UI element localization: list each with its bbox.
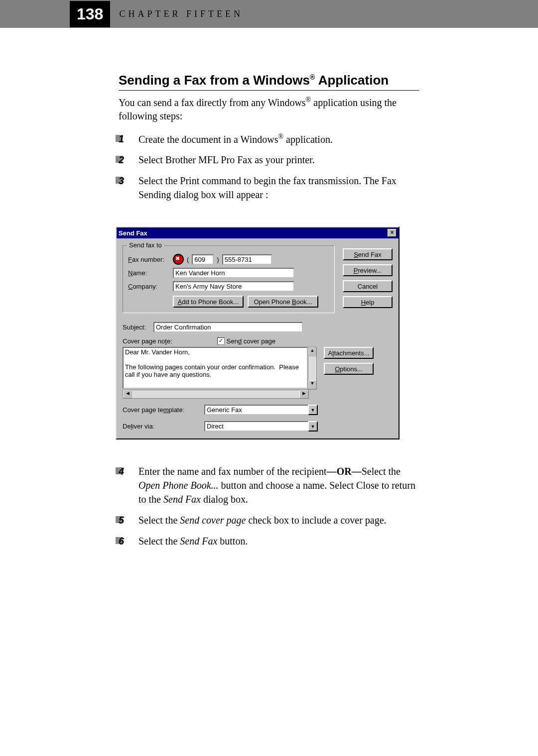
cover-note-textarea[interactable]: Dear Mr. Vander Horn, The following page… xyxy=(123,347,308,389)
scroll-down-icon[interactable]: ▼ xyxy=(308,380,316,389)
intro-paragraph: You can send a fax directly from any Win… xyxy=(119,96,419,123)
step-number-icon: 2 xyxy=(119,153,133,167)
close-icon[interactable]: × xyxy=(388,229,397,237)
send-fax-dialog: Send Fax × Send fax to Fax number: ( ) xyxy=(116,226,400,439)
dialog-screenshot: Send Fax × Send fax to Fax number: ( ) xyxy=(116,226,439,439)
step-2: 2 Select Brother MFL Pro Fax as your pri… xyxy=(119,153,419,167)
template-label: Cover page template: xyxy=(123,406,204,414)
send-cover-page-checkbox[interactable]: ✓ Send cover page xyxy=(217,337,275,345)
step-number-icon: 3 xyxy=(119,174,133,188)
open-phonebook-button[interactable]: Open Phone Book... xyxy=(248,296,318,308)
registered-symbol: ® xyxy=(306,96,311,104)
cancel-button[interactable]: Cancel xyxy=(343,280,393,292)
fax-number-label: Fax number: xyxy=(128,256,170,263)
section-title: Sending a Fax from a Windows® Applicatio… xyxy=(119,73,419,88)
deliver-select[interactable]: Direct ▼ xyxy=(204,421,318,432)
attachments-button[interactable]: Attachments... xyxy=(324,347,374,359)
checkbox-icon: ✓ xyxy=(217,337,225,345)
step-1: 1 Create the document in a Windows® appl… xyxy=(119,132,419,146)
step-text: Create the document in a Windows xyxy=(138,133,278,144)
scroll-up-icon[interactable]: ▲ xyxy=(308,347,316,356)
step-4: 4 Enter the name and fax number of the r… xyxy=(119,464,419,506)
horizontal-scrollbar[interactable]: ◀ ▶ xyxy=(123,390,309,399)
template-select[interactable]: Generic Fax ▼ xyxy=(204,405,318,415)
step-text: Select Brother MFL Pro Fax as your print… xyxy=(138,154,315,165)
vertical-scrollbar[interactable]: ▲ ▼ xyxy=(308,347,317,390)
step-text: Enter the name and fax number of the rec… xyxy=(138,466,415,505)
fax-local-input[interactable] xyxy=(222,254,272,265)
group-legend: Send fax to xyxy=(127,241,164,249)
page-number: 138 xyxy=(70,1,110,27)
steps-list-bottom: 4 Enter the name and fax number of the r… xyxy=(119,464,419,548)
page-content: Sending a Fax from a Windows® Applicatio… xyxy=(119,73,419,548)
step-text: Select the Print command to begin the fa… xyxy=(138,175,397,200)
paren: ) xyxy=(217,256,219,263)
step-text: Select the Send Fax button. xyxy=(138,536,248,546)
section-title-pre: Sending a Fax from a Windows xyxy=(119,73,310,88)
page-header-bar: 138 CHAPTER FIFTEEN xyxy=(0,0,538,28)
step-3: 3 Select the Print command to begin the … xyxy=(119,174,419,202)
step-number-icon: 5 xyxy=(119,513,133,527)
name-input[interactable] xyxy=(173,268,294,278)
subject-label: Subject: xyxy=(123,324,150,331)
steps-list-top: 1 Create the document in a Windows® appl… xyxy=(119,132,419,202)
intro-text-1: You can send a fax directly from any Win… xyxy=(119,97,306,108)
scroll-right-icon[interactable]: ▶ xyxy=(299,390,308,398)
registered-symbol: ® xyxy=(310,73,315,81)
chevron-down-icon[interactable]: ▼ xyxy=(308,421,318,432)
company-input[interactable] xyxy=(173,281,294,292)
step-number-icon: 4 xyxy=(119,464,133,478)
send-fax-button[interactable]: Send Fax xyxy=(343,248,393,260)
dialog-titlebar[interactable]: Send Fax × xyxy=(117,227,399,238)
add-to-phonebook-button[interactable]: Add to Phone Book... xyxy=(173,296,244,308)
step-text: application. xyxy=(283,133,333,144)
area-code-input[interactable] xyxy=(192,254,214,265)
step-6: 6 Select the Send Fax button. xyxy=(119,534,419,548)
name-label: Name: xyxy=(128,269,170,277)
options-button[interactable]: Options... xyxy=(324,363,374,375)
chevron-down-icon[interactable]: ▼ xyxy=(308,405,318,415)
section-title-post: Application xyxy=(315,73,389,88)
scroll-track[interactable] xyxy=(308,356,316,380)
send-cover-page-label: Send cover page xyxy=(227,337,275,345)
step-number-icon: 6 xyxy=(119,534,133,548)
scroll-track[interactable] xyxy=(132,390,299,398)
scroll-left-icon[interactable]: ◀ xyxy=(123,390,132,398)
dialog-title: Send Fax xyxy=(119,229,388,237)
chapter-label: CHAPTER FIFTEEN xyxy=(119,9,243,19)
registered-symbol: ® xyxy=(278,133,283,140)
preview-button[interactable]: Preview... xyxy=(343,264,393,276)
help-button[interactable]: Help xyxy=(343,296,393,308)
title-rule xyxy=(119,90,419,91)
step-text: Select the Send cover page check box to … xyxy=(138,515,387,526)
deliver-label: Deliver via: xyxy=(123,423,204,430)
company-label: Company: xyxy=(128,283,170,290)
stop-icon[interactable] xyxy=(173,254,184,265)
send-fax-to-group: Send fax to Fax number: ( ) Name: xyxy=(123,245,335,313)
deliver-value: Direct xyxy=(204,421,308,432)
step-number-icon: 1 xyxy=(119,132,133,146)
paren: ( xyxy=(187,256,189,263)
step-5: 5 Select the Send cover page check box t… xyxy=(119,513,419,527)
template-value: Generic Fax xyxy=(204,405,308,415)
cover-note-label: Cover page note: xyxy=(123,337,172,345)
subject-input[interactable] xyxy=(153,322,303,332)
